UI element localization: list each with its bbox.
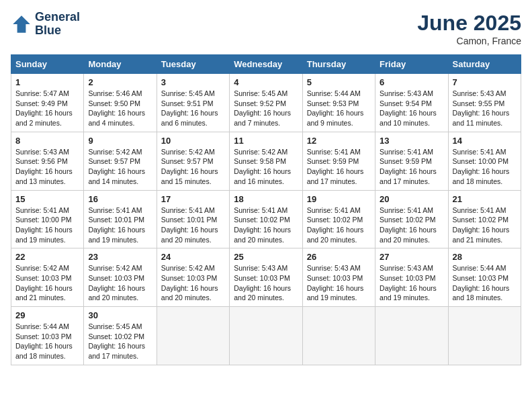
calendar-cell: 13Sunrise: 5:41 AM Sunset: 9:59 PM Dayli… — [375, 132, 448, 190]
calendar-cell: 2Sunrise: 5:46 AM Sunset: 9:50 PM Daylig… — [84, 74, 157, 132]
day-info: Sunrise: 5:46 AM Sunset: 9:50 PM Dayligh… — [88, 89, 152, 128]
calendar-cell: 26Sunrise: 5:43 AM Sunset: 10:03 PM Dayl… — [302, 248, 375, 307]
logo: General Blue — [11, 11, 80, 38]
day-number: 25 — [234, 252, 298, 262]
day-info: Sunrise: 5:43 AM Sunset: 9:54 PM Dayligh… — [380, 89, 443, 128]
calendar-cell: 11Sunrise: 5:42 AM Sunset: 9:58 PM Dayli… — [230, 132, 302, 190]
page-header: General Blue June 2025 Camon, France — [11, 11, 521, 46]
month-title: June 2025 — [417, 11, 521, 36]
calendar-cell: 3Sunrise: 5:45 AM Sunset: 9:51 PM Daylig… — [157, 74, 229, 132]
day-number: 2 — [88, 77, 152, 87]
day-info: Sunrise: 5:41 AM Sunset: 10:01 PM Daylig… — [161, 205, 225, 245]
day-number: 14 — [453, 136, 517, 146]
calendar-cell: 9Sunrise: 5:42 AM Sunset: 9:57 PM Daylig… — [84, 132, 157, 190]
day-number: 1 — [15, 77, 79, 87]
weekday-header-friday: Friday — [375, 55, 448, 74]
weekday-header-sunday: Sunday — [11, 55, 84, 74]
day-number: 17 — [161, 194, 225, 204]
calendar-cell — [157, 307, 229, 365]
day-number: 3 — [161, 77, 225, 87]
day-number: 15 — [15, 194, 79, 204]
day-info: Sunrise: 5:41 AM Sunset: 10:02 PM Daylig… — [234, 205, 298, 245]
day-info: Sunrise: 5:43 AM Sunset: 10:03 PM Daylig… — [234, 263, 298, 303]
weekday-header-tuesday: Tuesday — [157, 55, 229, 74]
day-number: 21 — [453, 194, 517, 204]
day-number: 18 — [234, 194, 298, 204]
svg-marker-0 — [13, 15, 30, 33]
calendar-week-5: 29Sunrise: 5:44 AM Sunset: 10:03 PM Dayl… — [11, 307, 521, 365]
day-info: Sunrise: 5:42 AM Sunset: 9:57 PM Dayligh… — [88, 147, 152, 187]
day-number: 27 — [380, 252, 443, 262]
calendar-cell: 17Sunrise: 5:41 AM Sunset: 10:01 PM Dayl… — [157, 190, 229, 248]
calendar-cell: 30Sunrise: 5:45 AM Sunset: 10:02 PM Dayl… — [84, 307, 157, 365]
day-number: 16 — [88, 194, 152, 204]
day-info: Sunrise: 5:41 AM Sunset: 10:00 PM Daylig… — [453, 147, 517, 187]
day-number: 30 — [88, 310, 152, 320]
day-number: 29 — [15, 310, 79, 320]
calendar-cell: 21Sunrise: 5:41 AM Sunset: 10:02 PM Dayl… — [448, 190, 521, 248]
day-number: 9 — [88, 136, 152, 146]
day-number: 22 — [15, 252, 79, 262]
day-number: 6 — [380, 77, 443, 87]
day-info: Sunrise: 5:45 AM Sunset: 9:52 PM Dayligh… — [234, 89, 298, 128]
weekday-header-monday: Monday — [84, 55, 157, 74]
day-info: Sunrise: 5:44 AM Sunset: 10:03 PM Daylig… — [453, 263, 517, 303]
day-info: Sunrise: 5:42 AM Sunset: 10:03 PM Daylig… — [15, 263, 79, 303]
calendar-table: SundayMondayTuesdayWednesdayThursdayFrid… — [11, 54, 521, 365]
day-info: Sunrise: 5:44 AM Sunset: 9:53 PM Dayligh… — [307, 89, 371, 128]
day-info: Sunrise: 5:42 AM Sunset: 9:58 PM Dayligh… — [234, 147, 298, 187]
day-info: Sunrise: 5:43 AM Sunset: 10:03 PM Daylig… — [380, 263, 443, 303]
day-number: 20 — [380, 194, 443, 204]
calendar-cell: 19Sunrise: 5:41 AM Sunset: 10:02 PM Dayl… — [302, 190, 375, 248]
day-number: 12 — [307, 136, 371, 146]
calendar-cell: 23Sunrise: 5:42 AM Sunset: 10:03 PM Dayl… — [84, 248, 157, 307]
logo-icon — [11, 13, 32, 35]
day-number: 24 — [161, 252, 225, 262]
calendar-cell — [302, 307, 375, 365]
calendar-cell: 7Sunrise: 5:43 AM Sunset: 9:55 PM Daylig… — [448, 74, 521, 132]
day-info: Sunrise: 5:42 AM Sunset: 9:57 PM Dayligh… — [161, 147, 225, 187]
day-info: Sunrise: 5:43 AM Sunset: 9:56 PM Dayligh… — [15, 147, 79, 187]
calendar-cell: 5Sunrise: 5:44 AM Sunset: 9:53 PM Daylig… — [302, 74, 375, 132]
day-info: Sunrise: 5:42 AM Sunset: 10:03 PM Daylig… — [161, 263, 225, 303]
calendar-cell: 28Sunrise: 5:44 AM Sunset: 10:03 PM Dayl… — [448, 248, 521, 307]
day-info: Sunrise: 5:45 AM Sunset: 9:51 PM Dayligh… — [161, 89, 225, 128]
calendar-cell: 6Sunrise: 5:43 AM Sunset: 9:54 PM Daylig… — [375, 74, 448, 132]
calendar-week-1: 1Sunrise: 5:47 AM Sunset: 9:49 PM Daylig… — [11, 74, 521, 132]
day-number: 19 — [307, 194, 371, 204]
day-number: 13 — [380, 136, 443, 146]
calendar-cell: 24Sunrise: 5:42 AM Sunset: 10:03 PM Dayl… — [157, 248, 229, 307]
day-info: Sunrise: 5:43 AM Sunset: 10:03 PM Daylig… — [307, 263, 371, 303]
day-info: Sunrise: 5:41 AM Sunset: 10:02 PM Daylig… — [453, 205, 517, 245]
calendar-cell: 18Sunrise: 5:41 AM Sunset: 10:02 PM Dayl… — [230, 190, 302, 248]
calendar-cell: 25Sunrise: 5:43 AM Sunset: 10:03 PM Dayl… — [230, 248, 302, 307]
calendar-cell: 12Sunrise: 5:41 AM Sunset: 9:59 PM Dayli… — [302, 132, 375, 190]
calendar-week-3: 15Sunrise: 5:41 AM Sunset: 10:00 PM Dayl… — [11, 190, 521, 248]
calendar-week-2: 8Sunrise: 5:43 AM Sunset: 9:56 PM Daylig… — [11, 132, 521, 190]
day-info: Sunrise: 5:47 AM Sunset: 9:49 PM Dayligh… — [15, 89, 79, 128]
day-number: 10 — [161, 136, 225, 146]
day-number: 26 — [307, 252, 371, 262]
day-info: Sunrise: 5:43 AM Sunset: 9:55 PM Dayligh… — [453, 89, 517, 128]
calendar-cell — [448, 307, 521, 365]
day-number: 28 — [453, 252, 517, 262]
day-info: Sunrise: 5:44 AM Sunset: 10:03 PM Daylig… — [15, 322, 79, 361]
day-number: 4 — [234, 77, 298, 87]
calendar-week-4: 22Sunrise: 5:42 AM Sunset: 10:03 PM Dayl… — [11, 248, 521, 307]
calendar-cell: 1Sunrise: 5:47 AM Sunset: 9:49 PM Daylig… — [11, 74, 84, 132]
logo-text: General Blue — [35, 11, 80, 38]
calendar-cell: 14Sunrise: 5:41 AM Sunset: 10:00 PM Dayl… — [448, 132, 521, 190]
calendar-cell — [230, 307, 302, 365]
day-number: 8 — [15, 136, 79, 146]
calendar-cell: 20Sunrise: 5:41 AM Sunset: 10:02 PM Dayl… — [375, 190, 448, 248]
calendar-cell: 29Sunrise: 5:44 AM Sunset: 10:03 PM Dayl… — [11, 307, 84, 365]
calendar-cell: 22Sunrise: 5:42 AM Sunset: 10:03 PM Dayl… — [11, 248, 84, 307]
calendar-cell: 8Sunrise: 5:43 AM Sunset: 9:56 PM Daylig… — [11, 132, 84, 190]
day-info: Sunrise: 5:42 AM Sunset: 10:03 PM Daylig… — [88, 263, 152, 303]
weekday-header-saturday: Saturday — [448, 55, 521, 74]
weekday-header-wednesday: Wednesday — [230, 55, 302, 74]
day-info: Sunrise: 5:41 AM Sunset: 9:59 PM Dayligh… — [307, 147, 371, 187]
day-info: Sunrise: 5:41 AM Sunset: 10:00 PM Daylig… — [15, 205, 79, 245]
day-info: Sunrise: 5:41 AM Sunset: 9:59 PM Dayligh… — [380, 147, 443, 187]
day-info: Sunrise: 5:41 AM Sunset: 10:01 PM Daylig… — [88, 205, 152, 245]
